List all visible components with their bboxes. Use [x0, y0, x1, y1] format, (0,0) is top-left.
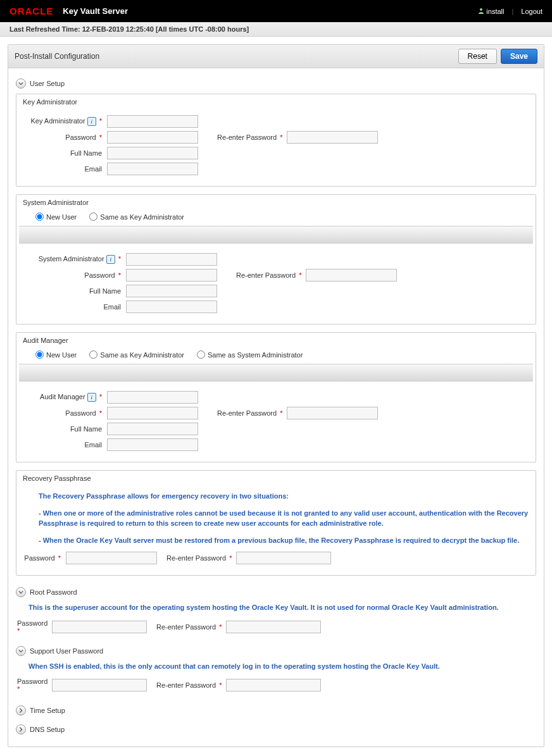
- sys-admin-title: System Administrator: [16, 195, 536, 210]
- sys-admin-fullname-input[interactable]: [126, 285, 217, 297]
- sys-admin-label: System Administratori *: [23, 255, 126, 264]
- audit-email-input[interactable]: [107, 438, 198, 451]
- recovery-title: Recovery Passphrase: [16, 471, 536, 486]
- svg-point-0: [480, 8, 482, 11]
- root-reenter-input[interactable]: [226, 621, 321, 633]
- reset-button[interactable]: Reset: [458, 49, 497, 64]
- support-user-toggle[interactable]: Support User Password: [16, 646, 536, 656]
- chevron-right-icon: [16, 705, 26, 716]
- audit-fullname-label: Full Name: [23, 425, 107, 433]
- chevron-right-icon: [16, 724, 26, 734]
- recovery-desc2: - When one or more of the administrative…: [39, 508, 529, 529]
- user-setup-title: User Setup: [30, 80, 65, 87]
- gradient-strip: [19, 364, 533, 381]
- key-admin-password-input[interactable]: [107, 131, 198, 144]
- audit-fullname-input[interactable]: [107, 423, 198, 435]
- audit-radio-same-key[interactable]: Same as Key Administrator: [89, 350, 184, 359]
- audit-box: Audit Manager New User Same as Key Admin…: [16, 332, 536, 462]
- save-button[interactable]: Save: [501, 49, 537, 64]
- audit-reenter-label: Re-enter Password *: [217, 409, 283, 417]
- audit-radio-same-sys[interactable]: Same as System Administrator: [197, 350, 303, 359]
- user-icon: [478, 8, 484, 15]
- main-panel: Post-Install Configuration Reset Save Us…: [8, 44, 544, 747]
- support-reenter-input[interactable]: [226, 679, 321, 691]
- audit-email-label: Email: [23, 441, 107, 449]
- sys-admin-reenter-label: Re-enter Password *: [236, 271, 302, 279]
- key-admin-email-input[interactable]: [107, 163, 198, 175]
- recovery-password-input[interactable]: [66, 552, 157, 564]
- key-admin-label: Key Administratori *: [23, 117, 107, 126]
- brand-oracle: ORACLE: [9, 6, 53, 16]
- logout-link[interactable]: Logout: [521, 8, 543, 15]
- key-admin-box: Key Administrator Key Administratori * P…: [16, 94, 536, 187]
- sys-admin-password-input[interactable]: [126, 269, 217, 282]
- key-admin-reenter-label: Re-enter Password *: [217, 133, 283, 141]
- support-reenter-label: Re-enter Password *: [156, 681, 222, 689]
- root-reenter-label: Re-enter Password *: [156, 623, 222, 631]
- time-setup-title: Time Setup: [30, 707, 65, 714]
- sys-admin-email-input[interactable]: [126, 301, 217, 313]
- recovery-reenter-input[interactable]: [236, 552, 331, 564]
- sys-admin-box: System Administrator New User Same as Ke…: [16, 194, 536, 325]
- key-admin-reenter-input[interactable]: [287, 131, 378, 144]
- audit-input[interactable]: [107, 391, 198, 404]
- root-password-label: Password *: [16, 619, 52, 635]
- info-icon[interactable]: i: [106, 255, 115, 264]
- recovery-box: Recovery Passphrase The Recovery Passphr…: [16, 470, 536, 576]
- topbar: ORACLE Key Vault Server install | Logout: [0, 0, 552, 22]
- support-password-input[interactable]: [52, 679, 147, 691]
- support-desc: When SSH is enabled, this is the only ac…: [28, 661, 536, 672]
- audit-password-input[interactable]: [107, 407, 198, 419]
- gradient-strip: [19, 226, 533, 244]
- info-icon[interactable]: i: [87, 393, 96, 402]
- sys-admin-radio-new[interactable]: New User: [35, 213, 77, 221]
- recovery-desc3: - When the Oracle Key Vault server must …: [39, 535, 529, 546]
- refresh-bar: Last Refreshed Time: 12-FEB-2019 12:25:4…: [0, 22, 552, 37]
- key-admin-fullname-input[interactable]: [107, 147, 198, 159]
- key-admin-title: Key Administrator: [16, 94, 536, 109]
- user-setup-toggle[interactable]: User Setup: [16, 78, 536, 89]
- sys-admin-fullname-label: Full Name: [23, 287, 126, 295]
- support-password-label: Password *: [16, 678, 52, 693]
- sys-admin-email-label: Email: [23, 303, 126, 311]
- audit-password-label: Password *: [23, 409, 107, 417]
- panel-title: Post-Install Configuration: [15, 52, 455, 61]
- support-user-title: Support User Password: [30, 647, 103, 655]
- sys-admin-radio-same-key[interactable]: Same as Key Administrator: [89, 213, 184, 221]
- key-admin-password-label: Password *: [23, 133, 107, 141]
- sys-admin-reenter-input[interactable]: [306, 269, 397, 282]
- key-admin-fullname-label: Full Name: [23, 149, 107, 157]
- dns-setup-title: DNS Setup: [30, 726, 65, 733]
- info-icon[interactable]: i: [87, 117, 96, 126]
- root-desc: This is the superuser account for the op…: [28, 602, 536, 613]
- chevron-down-icon: [16, 587, 26, 597]
- separator: |: [511, 8, 513, 15]
- audit-title: Audit Manager: [16, 333, 536, 348]
- root-password-input[interactable]: [52, 621, 147, 633]
- sys-admin-input[interactable]: [126, 253, 217, 266]
- audit-reenter-input[interactable]: [287, 407, 378, 419]
- dns-setup-toggle[interactable]: DNS Setup: [16, 724, 536, 734]
- sys-admin-password-label: Password *: [23, 271, 126, 279]
- user-link[interactable]: install: [478, 8, 504, 15]
- key-admin-input[interactable]: [107, 115, 198, 128]
- key-admin-email-label: Email: [23, 165, 107, 173]
- recovery-password-label: Password *: [23, 554, 66, 562]
- brand-product: Key Vault Server: [63, 6, 128, 16]
- time-setup-toggle[interactable]: Time Setup: [16, 705, 536, 716]
- root-password-toggle[interactable]: Root Password: [16, 587, 536, 597]
- recovery-desc1: The Recovery Passphrase allows for emerg…: [39, 491, 529, 502]
- audit-radio-new[interactable]: New User: [35, 350, 77, 359]
- audit-label: Audit Manageri *: [23, 393, 107, 402]
- chevron-down-icon: [16, 646, 26, 656]
- recovery-reenter-label: Re-enter Password *: [166, 554, 232, 562]
- chevron-down-icon: [16, 78, 26, 89]
- root-password-title: Root Password: [30, 588, 77, 596]
